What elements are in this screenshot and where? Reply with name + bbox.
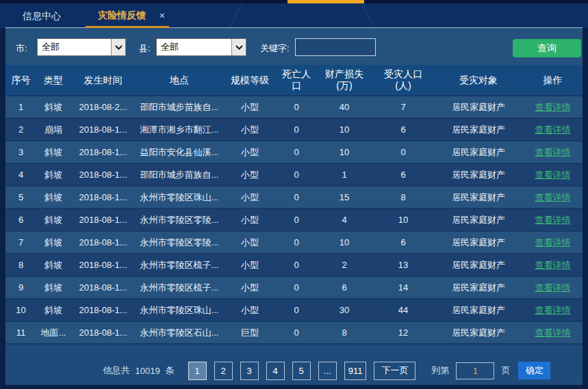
- cell-deaths: 0: [277, 305, 316, 315]
- close-tab-icon[interactable]: ×: [159, 10, 165, 21]
- cell-action: 查看详情: [523, 191, 583, 204]
- cell-action: 查看详情: [523, 304, 583, 317]
- cell-type: 斜坡: [36, 146, 71, 159]
- page-button-ellipsis[interactable]: ...: [318, 362, 337, 380]
- chevron-down-icon: [231, 39, 246, 55]
- col-header-affected: 受灾人口(人): [372, 68, 434, 92]
- cell-scale: 小型: [223, 304, 277, 317]
- cell-affected: 13: [372, 260, 434, 270]
- col-header-deaths: 死亡人口: [277, 68, 316, 92]
- cell-deaths: 0: [277, 192, 316, 202]
- col-header-action: 操作: [523, 75, 583, 86]
- cell-loss: 8: [316, 327, 372, 338]
- table-header: 序号 类型 发生时间 地点 规模等级 死亡人口 财产损失(万) 受灾人口(人) …: [5, 65, 583, 96]
- col-header-scale: 规模等级: [223, 75, 277, 86]
- keyword-input[interactable]: [295, 38, 376, 56]
- total-info-label: 信息共: [103, 364, 130, 377]
- view-detail-link[interactable]: 查看详情: [535, 237, 571, 247]
- county-select-value: 全部: [157, 39, 231, 55]
- col-header-type: 类型: [36, 75, 71, 86]
- cell-seq: 8: [5, 260, 36, 270]
- cell-place: 永州市零陵区珠山...: [136, 191, 223, 204]
- cell-action: 查看详情: [523, 282, 583, 294]
- total-unit-label: 条: [166, 364, 175, 377]
- cell-target: 居民家庭财产: [434, 214, 523, 226]
- city-select-value: 全部: [38, 39, 111, 55]
- search-button[interactable]: 查询: [513, 39, 581, 57]
- page-button-last[interactable]: 911: [344, 362, 367, 380]
- cell-loss: 6: [316, 282, 372, 293]
- cell-place: 永州市零陵区零陵...: [136, 214, 223, 226]
- view-detail-link[interactable]: 查看详情: [535, 147, 571, 157]
- page-button-2[interactable]: 2: [214, 362, 233, 380]
- county-select[interactable]: 全部: [156, 38, 246, 56]
- cell-affected: 6: [372, 170, 434, 180]
- keyword-label: 关键字:: [260, 42, 290, 55]
- tab-disaster-feedback[interactable]: 灾险情反馈: [98, 10, 146, 22]
- cell-deaths: 0: [277, 124, 316, 135]
- cell-action: 查看详情: [523, 146, 583, 159]
- cell-deaths: 0: [277, 260, 316, 270]
- view-detail-link[interactable]: 查看详情: [535, 282, 571, 293]
- cell-type: 斜坡: [36, 169, 71, 181]
- cell-affected: 6: [372, 237, 434, 247]
- cell-time: 2018-08-1...: [71, 147, 136, 157]
- cell-loss: 10: [316, 147, 372, 157]
- filter-bar: 市: 全部 县: 全部 关键字: 查询: [5, 28, 583, 65]
- goto-page-input[interactable]: [456, 362, 494, 379]
- total-count: 10019: [136, 366, 160, 376]
- goto-page-label: 到第: [431, 364, 449, 377]
- cell-target: 居民家庭财产: [434, 237, 523, 249]
- page-button-3[interactable]: 3: [240, 362, 259, 380]
- content-panel: 市: 全部 县: 全部 关键字: 查询 序号 类型 发生时间 地点: [5, 28, 583, 385]
- cell-scale: 小型: [223, 146, 277, 159]
- view-detail-link[interactable]: 查看详情: [535, 102, 571, 112]
- cell-deaths: 0: [277, 282, 316, 293]
- cell-action: 查看详情: [523, 327, 583, 339]
- confirm-button[interactable]: 确定: [518, 362, 550, 379]
- page-button-1[interactable]: 1: [188, 362, 207, 380]
- cell-deaths: 0: [277, 102, 316, 112]
- view-detail-link[interactable]: 查看详情: [535, 124, 571, 135]
- cell-scale: 小型: [223, 101, 277, 113]
- cell-affected: 14: [372, 282, 434, 293]
- cell-type: 斜坡: [36, 214, 71, 226]
- table-row: 7 斜坡 2018-08-1... 永州市零陵区零陵... 小型 0 10 6 …: [5, 232, 583, 254]
- view-detail-link[interactable]: 查看详情: [535, 215, 571, 225]
- cell-place: 邵阳市城步苗族自...: [136, 101, 223, 113]
- cell-time: 2018-08-1...: [71, 124, 136, 135]
- cell-action: 查看详情: [523, 259, 583, 271]
- tab-info-center[interactable]: 信息中心: [23, 10, 61, 23]
- pagination-bar: 信息共 10019 条 1 2 3 4 5 ... 911 下一页 到第 页 确…: [5, 361, 583, 380]
- next-page-button[interactable]: 下一页: [374, 362, 416, 380]
- cell-time: 2018-08-1...: [71, 170, 136, 180]
- view-detail-link[interactable]: 查看详情: [535, 327, 571, 338]
- col-header-loss: 财产损失(万): [316, 68, 372, 92]
- page-button-5[interactable]: 5: [292, 362, 311, 380]
- cell-affected: 12: [372, 327, 434, 338]
- cell-loss: 40: [316, 102, 372, 112]
- chevron-down-icon: [111, 39, 125, 55]
- view-detail-link[interactable]: 查看详情: [535, 305, 571, 315]
- cell-time: 2018-08-1...: [71, 305, 136, 315]
- view-detail-link[interactable]: 查看详情: [535, 170, 571, 180]
- cell-type: 斜坡: [36, 282, 71, 294]
- page-button-4[interactable]: 4: [266, 362, 285, 380]
- cell-place: 永州市零陵区珠山...: [136, 304, 223, 317]
- table-row: 3 斜坡 2018-08-1... 益阳市安化县仙溪... 小型 0 10 0 …: [5, 142, 583, 164]
- city-select[interactable]: 全部: [37, 38, 126, 56]
- cell-scale: 小型: [223, 191, 277, 204]
- table-row: 4 斜坡 2018-08-1... 邵阳市城步苗族自... 小型 0 1 6 居…: [5, 164, 583, 187]
- col-header-place: 地点: [136, 75, 223, 86]
- view-detail-link[interactable]: 查看详情: [535, 260, 571, 270]
- cell-time: 2018-08-1...: [71, 237, 136, 247]
- cell-target: 居民家庭财产: [434, 304, 523, 317]
- view-detail-link[interactable]: 查看详情: [535, 192, 571, 202]
- col-header-target: 受灾对象: [434, 75, 523, 86]
- cell-type: 斜坡: [36, 191, 71, 204]
- cell-scale: 小型: [223, 214, 277, 226]
- cell-target: 居民家庭财产: [434, 259, 523, 271]
- table-row: 6 斜坡 2018-08-1... 永州市零陵区零陵... 小型 0 4 10 …: [5, 209, 583, 232]
- cell-deaths: 0: [277, 327, 316, 338]
- cell-type: 崩塌: [36, 124, 71, 136]
